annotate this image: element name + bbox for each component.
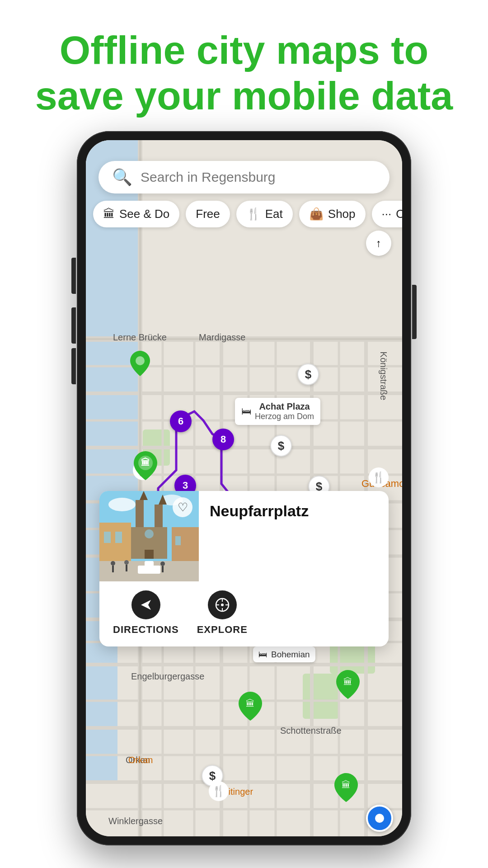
street-label-koenigsstrasse: Königstraße (378, 352, 389, 401)
filter-row: 🏛 See & Do Free 🍴 Eat 👜 Shop ··· Other (93, 201, 395, 227)
svg-text:🏛: 🏛 (141, 457, 150, 467)
map-svg (86, 140, 402, 836)
svg-rect-54 (175, 536, 181, 545)
street-label-mardigasse: Mardigasse (199, 332, 245, 343)
svg-point-60 (160, 561, 165, 566)
directions-label: DIRECTIONS (113, 624, 179, 636)
svg-rect-51 (104, 532, 111, 543)
dollar-marker-2: $ (270, 435, 292, 457)
filter-free[interactable]: Free (186, 201, 230, 227)
svg-text:🏛: 🏛 (246, 698, 255, 708)
filter-eat-label: Eat (265, 207, 283, 221)
eat-icon: 🍴 (246, 207, 261, 221)
info-card-content: Neupfarrplatz (199, 491, 389, 581)
fork-marker-3: 🍴 (209, 781, 229, 801)
info-card-top: ♡ Neupfarrplatz (99, 491, 389, 581)
heart-icon: ♡ (178, 500, 188, 514)
svg-point-39 (136, 356, 145, 365)
numbered-marker-8: 8 (212, 429, 234, 450)
green-location-pin (130, 351, 150, 378)
filter-shop[interactable]: 👜 Shop (299, 201, 366, 227)
svg-point-48 (145, 529, 154, 538)
green-poi-marker-3: 🏛 (336, 670, 360, 701)
compass-button[interactable]: ↑ (366, 231, 391, 256)
filter-other-label: Other (396, 207, 402, 221)
green-poi-marker-4: 🏛 (334, 773, 358, 804)
fork-marker-1: 🍴 (369, 467, 389, 487)
filter-see-do[interactable]: 🏛 See & Do (93, 201, 179, 227)
info-card-actions: DIRECTIONS (99, 581, 389, 646)
shop-icon: 👜 (309, 207, 324, 221)
filter-other[interactable]: ··· Other (372, 201, 402, 227)
directions-icon (131, 590, 160, 619)
svg-text:🏛: 🏛 (342, 780, 351, 790)
other-icon: ··· (382, 207, 392, 221)
phone-screen: Königstraße Lerne Brücke Mardigasse Guac… (86, 140, 402, 836)
explore-icon (208, 590, 237, 619)
phone-shell: Königstraße Lerne Brücke Mardigasse Guac… (77, 131, 411, 845)
street-label-engelburgergasse: Engelburgergasse (131, 671, 204, 682)
search-placeholder: Search in Regensburg (141, 170, 276, 185)
see-do-icon: 🏛 (103, 207, 115, 221)
place-image: ♡ (99, 491, 199, 581)
svg-rect-52 (115, 532, 122, 543)
street-label-lerne: Lerne Brücke (113, 332, 167, 343)
user-location-marker (366, 805, 393, 832)
svg-point-56 (111, 561, 115, 566)
svg-rect-59 (126, 565, 127, 571)
hotel-marker-achat: 🛏 Achat Plaza Herzog am Dom (235, 398, 320, 425)
svg-rect-49 (145, 550, 154, 559)
hotel-subname: Herzog am Dom (255, 412, 314, 421)
filter-see-do-label: See & Do (119, 207, 169, 221)
svg-rect-3 (303, 674, 339, 719)
svg-rect-0 (86, 140, 140, 511)
svg-rect-61 (162, 566, 164, 572)
svg-point-65 (221, 604, 224, 606)
explore-action[interactable]: EXPLORE (197, 590, 248, 636)
app-header: Offline city maps to save your mobile da… (0, 0, 488, 137)
explore-label: EXPLORE (197, 624, 248, 636)
search-bar[interactable]: 🔍 Search in Regensburg (99, 161, 389, 193)
header-line2: save your mobile data (35, 73, 453, 118)
place-title: Neupfarrplatz (210, 502, 378, 520)
hotel-name: Achat Plaza (255, 401, 314, 412)
hotel-marker-bohemian: 🛏 Bohemian (253, 646, 315, 662)
svg-point-58 (124, 560, 129, 565)
filter-free-label: Free (196, 207, 220, 221)
numbered-marker-6: 6 (170, 410, 192, 432)
svg-rect-32 (139, 140, 141, 836)
street-label-orkan-colored: Orkan (128, 755, 153, 765)
directions-action[interactable]: DIRECTIONS (113, 590, 179, 636)
filter-shop-label: Shop (328, 207, 356, 221)
street-label-schottenstrasse: Schottenstraße (280, 726, 342, 736)
phone-mockup: Königstraße Lerne Brücke Mardigasse Guac… (77, 131, 411, 845)
dollar-marker-1: $ (297, 363, 319, 385)
header-line1: Offline city maps to (60, 28, 429, 72)
filter-eat[interactable]: 🍴 Eat (236, 201, 293, 227)
map-background: Königstraße Lerne Brücke Mardigasse Guac… (86, 140, 402, 836)
heart-button[interactable]: ♡ (173, 497, 192, 517)
svg-text:🏛: 🏛 (343, 677, 352, 687)
green-poi-marker-1: 🏛 (134, 451, 157, 482)
info-card[interactable]: ♡ Neupfarrplatz (99, 491, 389, 646)
search-icon: 🔍 (112, 168, 132, 187)
green-poi-marker-2: 🏛 (239, 692, 262, 722)
svg-rect-57 (112, 566, 114, 572)
street-label-winklergasse: Winklergasse (108, 816, 163, 826)
hotel-bohemian-label: Bohemian (271, 650, 310, 660)
svg-rect-62 (138, 566, 160, 574)
svg-point-41 (108, 498, 136, 511)
svg-rect-63 (145, 561, 154, 566)
